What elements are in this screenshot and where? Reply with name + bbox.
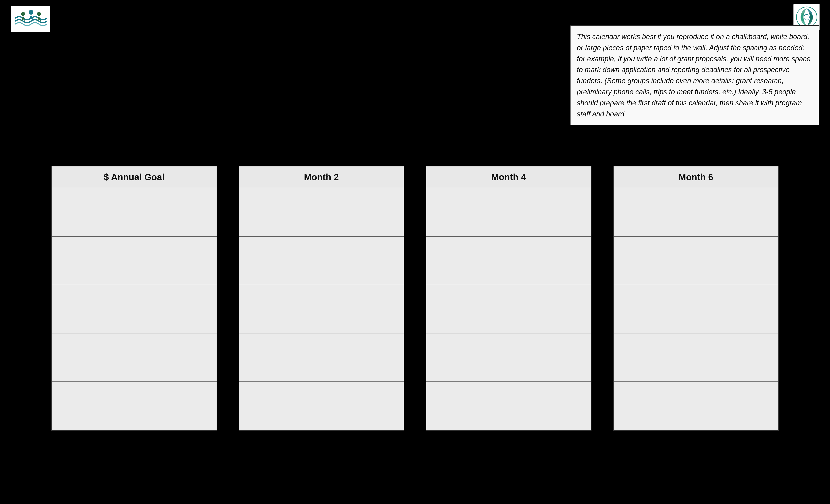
grid-row (239, 382, 404, 430)
svg-point-2 (29, 10, 33, 14)
grid-row (239, 188, 404, 237)
column-month-2-header: Month 2 (239, 166, 404, 188)
grid-row (52, 188, 217, 237)
column-month-6-header: Month 6 (614, 166, 778, 188)
grid-row (426, 237, 591, 285)
grid-row (426, 334, 591, 382)
grid-row (614, 382, 778, 430)
grid-row (52, 237, 217, 285)
grid-area: $ Annual Goal Month 2 Month 4 Month 6 (52, 166, 778, 431)
grid-row (614, 334, 778, 382)
column-month-6: Month 6 (613, 166, 779, 431)
grid-row (426, 382, 591, 430)
svg-point-3 (37, 12, 41, 16)
grid-row (52, 382, 217, 430)
grid-row (426, 285, 591, 334)
column-annual-goal-header: $ Annual Goal (52, 166, 217, 188)
grid-row (239, 285, 404, 334)
info-box: This calendar works best if you reproduc… (570, 25, 819, 125)
grid-row (426, 188, 591, 237)
info-text: This calendar works best if you reproduc… (577, 31, 812, 119)
grid-row (52, 285, 217, 334)
logo-left (11, 6, 50, 32)
grid-row (614, 237, 778, 285)
grid-row (239, 334, 404, 382)
grid-row (52, 334, 217, 382)
grid-row (614, 188, 778, 237)
column-month-4: Month 4 (426, 166, 592, 431)
grid-row (239, 237, 404, 285)
svg-point-6 (804, 14, 809, 20)
column-annual-goal: $ Annual Goal (52, 166, 217, 431)
column-month-2: Month 2 (239, 166, 404, 431)
grid-row (614, 285, 778, 334)
svg-point-1 (21, 12, 25, 16)
column-month-4-header: Month 4 (426, 166, 591, 188)
